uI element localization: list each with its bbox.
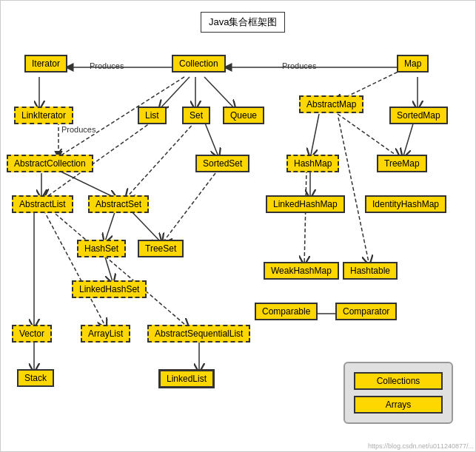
node-linkedlist: LinkedList (158, 369, 215, 388)
node-abstractlist: AbstractList (12, 195, 73, 213)
svg-line-29 (304, 169, 306, 266)
node-arrays: Arrays (354, 396, 443, 414)
node-hashmap: HashMap (286, 155, 339, 172)
node-stack: Stack (17, 369, 54, 387)
node-collections: Collections (354, 372, 443, 390)
node-map: Map (397, 55, 429, 72)
svg-line-22 (51, 210, 190, 328)
node-treeset: TreeSet (138, 240, 184, 257)
node-comparator: Comparator (335, 303, 397, 320)
svg-line-16 (162, 173, 215, 243)
legend-box: Collections Arrays (343, 362, 453, 424)
node-comparable: Comparable (255, 303, 318, 320)
svg-line-11 (56, 169, 118, 199)
title: Java集合框架图 (201, 12, 285, 33)
node-linkiterator: LinkIterator (14, 107, 73, 124)
svg-line-21 (44, 210, 107, 328)
node-abstractmap: AbstractMap (299, 95, 363, 113)
svg-line-5 (204, 77, 236, 110)
svg-line-19 (104, 254, 113, 284)
svg-line-27 (403, 121, 414, 158)
node-abstractcollection: AbstractCollection (7, 155, 93, 172)
svg-line-25 (310, 114, 319, 158)
produces-label-2: Produces (282, 61, 316, 70)
node-sortedmap: SortedMap (389, 107, 448, 124)
node-iterator: Iterator (24, 55, 67, 72)
svg-line-14 (125, 121, 195, 199)
node-collection: Collection (172, 55, 226, 72)
node-linkedhashset: LinkedHashSet (72, 280, 147, 298)
svg-line-3 (158, 77, 190, 110)
node-arraylist: ArrayList (81, 325, 130, 343)
node-treemap: TreeMap (377, 155, 427, 172)
node-abstractsequentiallist: AbstractSequentialList (147, 325, 250, 343)
node-identityhashmap: IdentityHashMap (365, 195, 446, 213)
node-hashset: HashSet (77, 240, 126, 257)
svg-line-18 (130, 210, 162, 243)
diagram: Java集合框架图 Iterator Collection Map Produc… (0, 0, 476, 452)
node-hashtable: Hashtable (343, 262, 398, 280)
watermark: https://blog.csdn.net/u011240877/... (368, 442, 474, 450)
node-abstractset: AbstractSet (88, 195, 149, 213)
node-sortedset: SortedSet (195, 155, 249, 172)
produces-label-3: Produces (61, 125, 95, 134)
node-set: Set (182, 107, 210, 124)
svg-line-15 (204, 121, 219, 158)
svg-line-17 (104, 210, 115, 243)
node-linkedhashmap: LinkedHashMap (266, 195, 345, 213)
node-queue: Queue (223, 107, 264, 124)
node-vector: Vector (12, 325, 52, 343)
svg-line-30 (338, 118, 369, 266)
node-list: List (138, 107, 167, 124)
node-weakhasmap: WeakHashMap (264, 262, 339, 280)
produces-label-1: Produces (90, 61, 124, 70)
